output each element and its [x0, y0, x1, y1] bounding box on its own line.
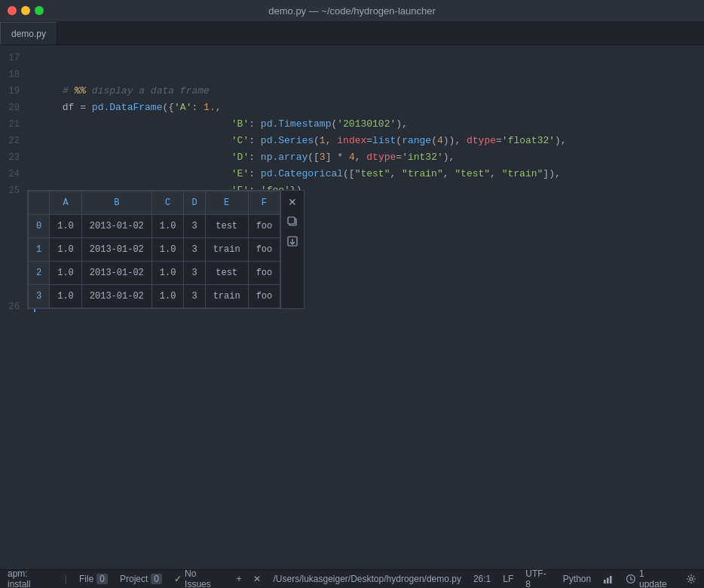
code-line-17: [27, 50, 704, 66]
settings-icon[interactable]: [686, 574, 696, 584]
df-2-A: 1.0: [50, 262, 82, 285]
df-copy-button[interactable]: [283, 212, 302, 231]
encoding-status[interactable]: LF: [503, 574, 513, 584]
line-num-25: 25: [0, 182, 20, 199]
charset-status[interactable]: UTF-8: [525, 568, 551, 588]
line-num-21: 21: [0, 116, 20, 133]
dataframe-table: A B C D E F 0 1.0 2013-01-02: [28, 191, 280, 308]
language-label: Python: [563, 574, 591, 584]
traffic-lights: [8, 6, 44, 15]
df-3-F: foo: [248, 285, 280, 308]
add-status[interactable]: +: [236, 574, 241, 584]
df-col-index: [29, 191, 50, 215]
table-row: 0 1.0 2013-01-02 1.0 3 test foo: [29, 215, 280, 238]
df-action-panel: ✕: [280, 191, 304, 308]
file-label: File: [79, 574, 93, 584]
window-title: demo.py — ~/code/hydrogen-launcher: [268, 5, 436, 17]
df-1-E: train: [205, 238, 248, 262]
df-1-B: 2013-01-02: [81, 238, 152, 262]
close-button[interactable]: [8, 6, 17, 15]
project-count: 0: [151, 574, 162, 584]
df-col-A: A: [50, 191, 82, 215]
tab-demo-py[interactable]: demo.py: [0, 22, 57, 44]
df-2-C: 1.0: [152, 262, 184, 285]
dataframe-table-wrapper[interactable]: A B C D E F 0 1.0 2013-01-02: [28, 191, 280, 308]
git-update-status[interactable]: 1 update: [626, 568, 674, 588]
df-2-B: 2013-01-02: [81, 262, 152, 285]
file-count: 0: [96, 574, 108, 584]
df-close-button[interactable]: ✕: [283, 192, 302, 212]
signal-icon: [603, 574, 614, 584]
df-0-F: foo: [248, 215, 280, 238]
line-num-22: 22: [0, 133, 20, 149]
status-bar: apm: install | File 0 Project 0 ✓ No Iss…: [0, 569, 704, 588]
line-num-18: 18: [0, 66, 20, 83]
dataframe-output: A B C D E F 0 1.0 2013-01-02: [27, 190, 305, 309]
apm-status: apm: install: [8, 568, 53, 588]
filepath-label: /Users/lukasgeiger/Desktop/hydrogen/demo…: [273, 574, 461, 584]
issues-status[interactable]: ✓ No Issues: [174, 568, 224, 588]
position-label: 26:1: [473, 574, 491, 584]
df-1-C: 1.0: [152, 238, 184, 262]
minimize-button[interactable]: [21, 6, 30, 15]
df-idx-2: 2: [29, 262, 50, 285]
line-num-26: 26: [0, 299, 20, 315]
df-1-F: foo: [248, 238, 280, 262]
filepath-status[interactable]: /Users/lukasgeiger/Desktop/hydrogen/demo…: [273, 574, 461, 584]
df-col-B: B: [81, 191, 152, 215]
file-status[interactable]: File 0: [79, 574, 108, 584]
df-0-D: 3: [184, 215, 205, 238]
maximize-button[interactable]: [35, 6, 44, 15]
df-2-F: foo: [248, 262, 280, 285]
df-col-D: D: [184, 191, 205, 215]
code-content[interactable]: # %% display a data frame df = pd.DataFr…: [27, 45, 704, 569]
df-2-D: 3: [184, 262, 205, 285]
df-idx-1: 1: [29, 238, 50, 262]
df-1-D: 3: [184, 238, 205, 262]
svg-rect-1: [288, 217, 295, 224]
df-3-C: 1.0: [152, 285, 184, 308]
no-issues-label: No Issues: [185, 568, 224, 588]
svg-point-8: [690, 577, 693, 580]
add-icon: +: [236, 574, 241, 584]
df-0-B: 2013-01-02: [81, 215, 152, 238]
df-1-A: 1.0: [50, 238, 82, 262]
table-row: 3 1.0 2013-01-02 1.0 3 train foo: [29, 285, 280, 308]
language-status[interactable]: Python: [563, 574, 591, 584]
svg-rect-6: [610, 576, 612, 583]
df-3-E: train: [205, 285, 248, 308]
svg-rect-5: [607, 578, 609, 584]
line-num-17: 17: [0, 50, 20, 66]
df-2-E: test: [205, 262, 248, 285]
df-0-A: 1.0: [50, 215, 82, 238]
git-update-label: 1 update: [639, 568, 674, 588]
table-row: 2 1.0 2013-01-02 1.0 3 test foo: [29, 262, 280, 285]
tab-label: demo.py: [11, 29, 46, 39]
apm-label: apm: install: [8, 568, 53, 588]
line-num-23: 23: [0, 149, 20, 166]
project-status[interactable]: Project 0: [120, 574, 162, 584]
df-idx-0: 0: [29, 215, 50, 238]
df-col-F: F: [248, 191, 280, 215]
df-0-C: 1.0: [152, 215, 184, 238]
df-0-E: test: [205, 215, 248, 238]
check-icon: ✓: [174, 574, 182, 584]
df-export-button[interactable]: [283, 231, 302, 251]
tab-bar: demo.py: [0, 21, 704, 45]
svg-rect-4: [604, 580, 606, 583]
df-3-A: 1.0: [50, 285, 82, 308]
line-num-24: 24: [0, 166, 20, 182]
line-num-20: 20: [0, 100, 20, 116]
encoding-label: LF: [503, 574, 513, 584]
position-status[interactable]: 26:1: [473, 574, 491, 584]
code-line-18: # %% display a data frame: [27, 66, 704, 83]
close-icon: ✕: [253, 574, 261, 584]
df-3-B: 2013-01-02: [81, 285, 152, 308]
df-col-C: C: [152, 191, 184, 215]
line-num-19: 19: [0, 83, 20, 100]
df-col-E: E: [205, 191, 248, 215]
line-numbers: 17 18 19 20 21 22 23 24 25 26: [0, 45, 27, 569]
project-label: Project: [120, 574, 148, 584]
charset-label: UTF-8: [525, 568, 551, 588]
close-status[interactable]: ✕: [253, 574, 261, 584]
